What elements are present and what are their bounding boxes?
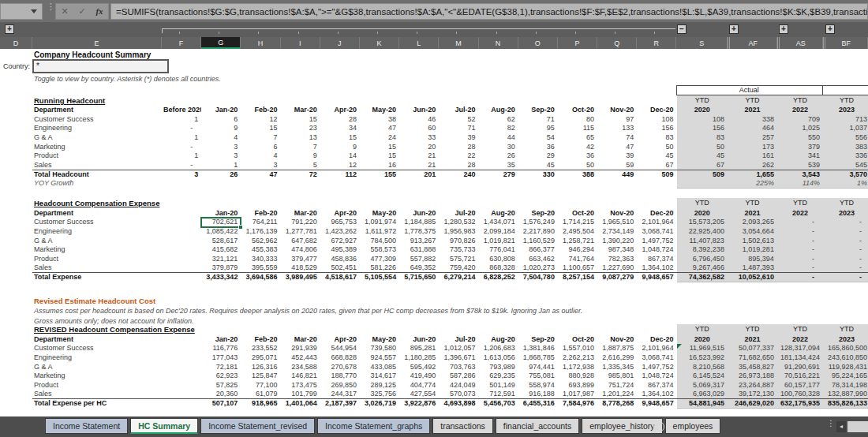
cell[interactable]: 693,899 [558, 380, 597, 390]
cell[interactable]: - [823, 227, 868, 237]
cell[interactable]: 867,374 [637, 254, 676, 263]
cell[interactable]: 509 [677, 170, 728, 179]
cell[interactable]: 1,868,785 [518, 353, 558, 363]
cell[interactable]: 7 [241, 133, 280, 143]
cell[interactable]: 60,157,177 [777, 380, 823, 390]
cell[interactable] [518, 179, 558, 189]
cell[interactable]: 15 [281, 115, 320, 125]
cell[interactable]: 1,396,671 [439, 353, 478, 363]
cell[interactable]: 6,145,524 [677, 372, 728, 381]
cell[interactable]: 12 [320, 161, 360, 170]
cell[interactable]: - [777, 263, 823, 273]
cell[interactable]: 702,621 [201, 218, 241, 227]
column-header-R[interactable]: R [637, 37, 676, 49]
name-box[interactable] [0, 3, 43, 20]
cell[interactable]: 47 [241, 170, 280, 179]
cell[interactable] [360, 179, 399, 189]
cell[interactable]: 62,923 [201, 372, 241, 381]
cell[interactable]: 74 [597, 133, 637, 143]
cell[interactable]: 59 [597, 161, 637, 170]
cell[interactable]: 44 [479, 133, 518, 143]
cell[interactable]: 570,073 [439, 390, 478, 399]
cell[interactable]: 188,770 [320, 372, 360, 381]
cell[interactable]: 8,778,268 [597, 399, 637, 409]
hscroll-left-icon[interactable]: ◂ [836, 421, 846, 432]
cell[interactable]: 8,392,238 [677, 245, 728, 255]
country-input[interactable]: * [32, 59, 169, 73]
cell[interactable]: - [777, 245, 823, 255]
formula-input[interactable]: =SUMIFS(transactions!$G:$G,transactions!… [110, 3, 868, 20]
cell[interactable]: 20 [399, 142, 439, 151]
cell[interactable]: 712,591 [479, 390, 518, 399]
cell[interactable]: 161 [728, 151, 777, 161]
cell[interactable] [479, 179, 518, 189]
cell[interactable]: 3 [162, 170, 201, 179]
cell[interactable]: 325,756 [360, 390, 399, 399]
cell[interactable]: 82 [479, 124, 518, 133]
cell[interactable]: 115 [558, 124, 597, 133]
cell[interactable]: 672,927 [320, 236, 360, 245]
column-header-E[interactable]: E [32, 37, 162, 49]
cell[interactable]: - [162, 142, 201, 151]
cell[interactable]: 36 [518, 142, 558, 151]
cell[interactable]: 72 [281, 170, 320, 179]
cell[interactable]: 427,554 [399, 390, 439, 399]
cell[interactable]: 3,433,342 [201, 273, 241, 282]
cell[interactable]: 1,017,987 [558, 390, 597, 399]
cell[interactable]: 177,043 [201, 353, 241, 363]
cell[interactable]: 1,258,721 [558, 236, 597, 245]
cell[interactable]: 3 [241, 161, 280, 170]
cell[interactable]: 119,928,431 [823, 362, 868, 372]
cell[interactable]: 28 [439, 142, 478, 151]
cell[interactable]: 1,048,724 [637, 372, 676, 381]
cell[interactable]: 1,434,071 [479, 218, 518, 227]
column-header-N[interactable]: N [479, 37, 518, 49]
cell[interactable] [162, 353, 201, 363]
cell[interactable]: 2,495,504 [558, 227, 597, 237]
cell[interactable]: 3 [201, 151, 241, 161]
cell[interactable]: 388 [558, 170, 597, 179]
cell[interactable]: 631,888 [399, 245, 439, 255]
cell[interactable]: 52 [439, 115, 478, 125]
cell[interactable]: 395,559 [241, 263, 280, 273]
cell[interactable]: 1 [162, 115, 201, 125]
column-header-L[interactable]: L [399, 37, 439, 49]
cell[interactable]: 2,101,964 [637, 218, 676, 227]
cell[interactable]: 509 [637, 170, 676, 179]
cell[interactable]: 880,928 [558, 372, 597, 381]
cell[interactable]: 1,172,938 [558, 362, 597, 372]
cell[interactable]: 379,477 [281, 254, 320, 263]
cell[interactable]: 108 [637, 115, 676, 125]
cell[interactable] [162, 218, 201, 227]
cell[interactable]: - [823, 245, 868, 255]
cell[interactable]: 501,149 [479, 380, 518, 390]
cell[interactable]: 735,733 [439, 245, 478, 255]
cell[interactable]: 74,362,582 [677, 273, 728, 282]
cell[interactable]: 330 [518, 170, 558, 179]
cell[interactable]: 10,052,610 [728, 273, 777, 282]
cell[interactable]: 108 [677, 115, 728, 125]
cell[interactable]: 558,974 [518, 380, 558, 390]
cell[interactable]: 1,019,281 [728, 245, 777, 255]
cell[interactable]: 291,939 [281, 344, 320, 353]
cell[interactable]: 868,328 [479, 263, 518, 273]
cell[interactable]: 1,497,752 [637, 236, 676, 245]
cell[interactable]: 71,682,650 [728, 353, 777, 363]
cell[interactable]: 2,187,397 [320, 399, 360, 409]
cell[interactable]: 759,420 [439, 263, 478, 273]
cell[interactable] [281, 179, 320, 189]
cell[interactable]: - [823, 263, 868, 273]
cell[interactable]: 1,778,375 [399, 227, 439, 237]
cell[interactable]: 668,828 [320, 353, 360, 363]
enter-icon[interactable]: ✓ [78, 4, 85, 19]
cell[interactable]: 243,610,850 [823, 353, 868, 363]
cell[interactable]: 424,049 [439, 380, 478, 390]
cell[interactable]: 15 [360, 142, 399, 151]
cell[interactable]: 1,965,510 [597, 218, 637, 227]
chevron-down-icon[interactable] [31, 9, 37, 13]
column-header-M[interactable]: M [439, 37, 478, 49]
cell[interactable]: 6,828,252 [479, 273, 518, 282]
cell[interactable]: 3 [201, 142, 241, 151]
tab-income-statement-graphs[interactable]: Income Statement_graphs [317, 418, 430, 434]
cell[interactable]: 558,573 [360, 245, 399, 255]
